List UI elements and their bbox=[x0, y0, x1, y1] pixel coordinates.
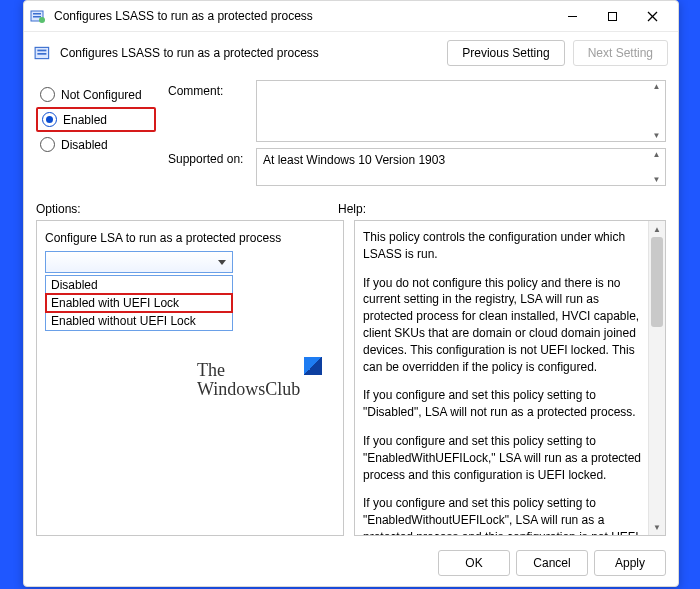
policy-icon bbox=[34, 44, 52, 62]
window-title: Configures LSASS to run as a protected p… bbox=[54, 9, 552, 23]
help-paragraph: If you configure and set this policy set… bbox=[363, 387, 642, 421]
help-section-label: Help: bbox=[338, 202, 366, 216]
radio-label: Disabled bbox=[61, 138, 108, 152]
help-scrollbar[interactable]: ▲ ▼ bbox=[648, 221, 665, 535]
ok-button[interactable]: OK bbox=[438, 550, 510, 576]
scroll-down-icon[interactable]: ▼ bbox=[653, 131, 661, 140]
lsa-mode-combobox[interactable] bbox=[45, 251, 233, 273]
dropdown-item-enabled-no-uefi-lock[interactable]: Enabled without UEFI Lock bbox=[46, 312, 232, 330]
help-paragraph: If you configure and set this policy set… bbox=[363, 433, 642, 483]
dropdown-item-enabled-uefi-lock[interactable]: Enabled with UEFI Lock bbox=[46, 294, 232, 312]
close-button[interactable] bbox=[632, 2, 672, 30]
scroll-down-icon[interactable]: ▼ bbox=[653, 175, 661, 184]
svg-point-3 bbox=[39, 17, 45, 23]
minimize-button[interactable] bbox=[552, 2, 592, 30]
radio-label: Enabled bbox=[63, 113, 107, 127]
radio-icon bbox=[40, 87, 55, 102]
options-panel: Configure LSA to run as a protected proc… bbox=[36, 220, 344, 536]
radio-label: Not Configured bbox=[61, 88, 142, 102]
scroll-up-icon[interactable]: ▲ bbox=[653, 150, 661, 159]
radio-disabled[interactable]: Disabled bbox=[36, 134, 156, 155]
radio-icon bbox=[42, 112, 57, 127]
options-section-label: Options: bbox=[36, 202, 326, 216]
titlebar: Configures LSASS to run as a protected p… bbox=[24, 1, 678, 32]
help-paragraph: This policy controls the configuration u… bbox=[363, 229, 642, 263]
lsa-option-label: Configure LSA to run as a protected proc… bbox=[45, 231, 335, 245]
supported-value: At least Windows 10 Version 1903 bbox=[263, 153, 445, 167]
maximize-button[interactable] bbox=[592, 2, 632, 30]
comment-label: Comment: bbox=[168, 80, 248, 98]
radio-not-configured[interactable]: Not Configured bbox=[36, 84, 156, 105]
supported-on-box: At least Windows 10 Version 1903 ▲▼ bbox=[256, 148, 666, 186]
help-text: This policy controls the configuration u… bbox=[355, 221, 648, 535]
policy-subtitle: Configures LSASS to run as a protected p… bbox=[60, 46, 439, 60]
comment-textarea[interactable]: ▲▼ bbox=[256, 80, 666, 142]
cancel-button[interactable]: Cancel bbox=[516, 550, 588, 576]
svg-rect-2 bbox=[33, 16, 41, 18]
scroll-down-icon[interactable]: ▼ bbox=[649, 519, 665, 535]
dropdown-item-disabled[interactable]: Disabled bbox=[46, 276, 232, 294]
toolbar: Configures LSASS to run as a protected p… bbox=[24, 32, 678, 74]
help-panel: This policy controls the configuration u… bbox=[354, 220, 666, 536]
scroll-up-icon[interactable]: ▲ bbox=[649, 221, 665, 237]
lsa-mode-dropdown: Disabled Enabled with UEFI Lock Enabled … bbox=[45, 275, 233, 331]
watermark: The WindowsClub bbox=[197, 361, 300, 399]
svg-rect-9 bbox=[37, 50, 46, 52]
supported-label: Supported on: bbox=[168, 148, 248, 166]
radio-icon bbox=[40, 137, 55, 152]
previous-setting-button[interactable]: Previous Setting bbox=[447, 40, 564, 66]
help-paragraph: If you configure and set this policy set… bbox=[363, 495, 642, 535]
scroll-track[interactable] bbox=[649, 237, 665, 519]
next-setting-button: Next Setting bbox=[573, 40, 668, 66]
policy-dialog: Configures LSASS to run as a protected p… bbox=[23, 0, 679, 587]
radio-enabled[interactable]: Enabled bbox=[36, 107, 156, 132]
scroll-thumb[interactable] bbox=[651, 237, 663, 327]
svg-rect-5 bbox=[608, 12, 616, 20]
svg-rect-1 bbox=[33, 13, 41, 15]
dialog-footer: OK Cancel Apply bbox=[24, 542, 678, 586]
help-paragraph: If you do not configure this policy and … bbox=[363, 275, 642, 376]
apply-button[interactable]: Apply bbox=[594, 550, 666, 576]
watermark-logo-icon bbox=[304, 357, 322, 375]
state-radio-group: Not Configured Enabled Disabled bbox=[36, 80, 156, 192]
policy-icon bbox=[30, 8, 46, 24]
scroll-up-icon[interactable]: ▲ bbox=[653, 82, 661, 91]
svg-rect-10 bbox=[37, 53, 46, 55]
